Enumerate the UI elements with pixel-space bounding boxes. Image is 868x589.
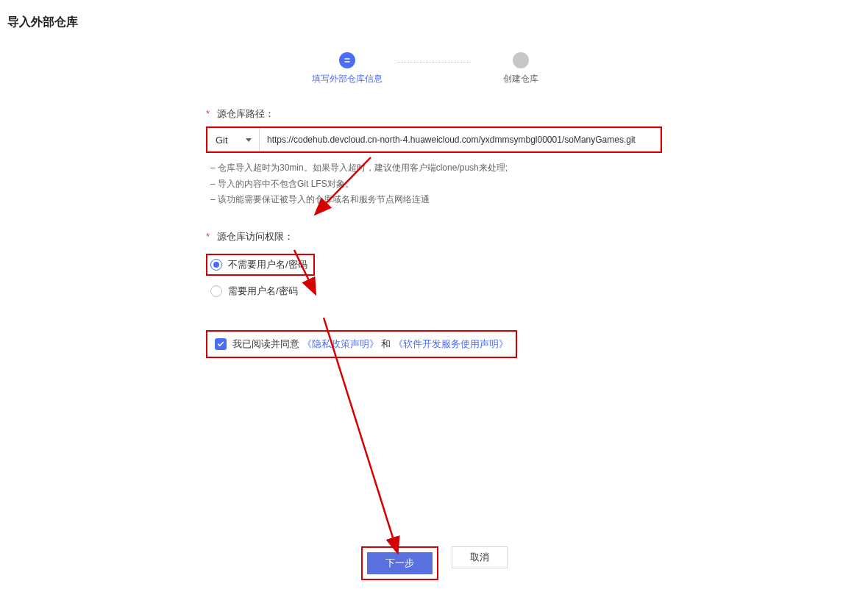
service-link[interactable]: 《软件开发服务使用声明》	[394, 338, 508, 351]
step-2-label: 创建仓库	[503, 73, 538, 85]
source-path-label-text: 源仓库路径：	[217, 108, 274, 119]
step-2-circle	[513, 52, 529, 68]
step-1-label: 填写外部仓库信息	[312, 73, 383, 85]
source-url-input[interactable]	[259, 128, 661, 151]
hint-line-2: – 导入的内容中不包含Git LFS对象。	[210, 176, 662, 193]
privacy-link[interactable]: 《隐私政策声明》	[302, 338, 379, 351]
hint-line-3: – 该功能需要保证被导入的仓库域名和服务节点网络连通	[210, 192, 662, 208]
access-permission-row: * 源仓库访问权限： 不需要用户名/密码 需要用户名/密码	[206, 230, 662, 298]
required-mark: *	[206, 108, 210, 119]
source-path-input-group: Git	[206, 126, 662, 153]
next-button-highlight: 下一步	[361, 546, 438, 580]
source-path-row: * 源仓库路径： Git – 仓库导入超时为30min。如果导入超时，建议使用客…	[206, 107, 662, 208]
agreement-prefix: 我已阅读并同意	[232, 338, 299, 351]
step-1-circle	[339, 52, 355, 68]
access-label-text: 源仓库访问权限：	[217, 231, 294, 242]
checkbox-checked-icon	[215, 338, 227, 350]
hint-line-1: – 仓库导入超时为30min。如果导入超时，建议使用客户端clone/push来…	[210, 160, 662, 176]
step-1: 填写外部仓库信息	[303, 52, 391, 85]
protocol-selected-value: Git	[216, 135, 228, 146]
radio-no-credentials-label: 不需要用户名/密码	[228, 258, 307, 271]
step-connector	[397, 62, 471, 63]
cancel-button[interactable]: 取消	[452, 546, 508, 568]
protocol-select[interactable]: Git	[207, 128, 259, 151]
radio-icon-unchecked	[210, 285, 222, 297]
stepper: 填写外部仓库信息 创建仓库	[0, 52, 868, 85]
access-label: * 源仓库访问权限：	[206, 230, 662, 243]
hints: – 仓库导入超时为30min。如果导入超时，建议使用客户端clone/push来…	[206, 160, 662, 208]
chevron-down-icon	[246, 138, 252, 142]
radio-need-credentials[interactable]: 需要用户名/密码	[206, 285, 662, 298]
next-button[interactable]: 下一步	[367, 552, 433, 574]
agreement-checkbox-line[interactable]: 我已阅读并同意 《隐私政策声明》 和 《软件开发服务使用声明》	[206, 330, 517, 358]
source-path-label: * 源仓库路径：	[206, 107, 662, 121]
radio-need-credentials-label: 需要用户名/密码	[228, 285, 298, 298]
required-mark: *	[206, 231, 210, 242]
footer-buttons: 下一步 取消	[0, 546, 868, 580]
step-2: 创建仓库	[477, 52, 565, 85]
agreement-and: 和	[381, 338, 391, 351]
page-title: 导入外部仓库	[0, 0, 868, 45]
agreement-row: 我已阅读并同意 《隐私政策声明》 和 《软件开发服务使用声明》	[206, 330, 662, 358]
radio-no-credentials[interactable]: 不需要用户名/密码	[206, 254, 315, 276]
radio-icon-checked	[210, 259, 222, 271]
